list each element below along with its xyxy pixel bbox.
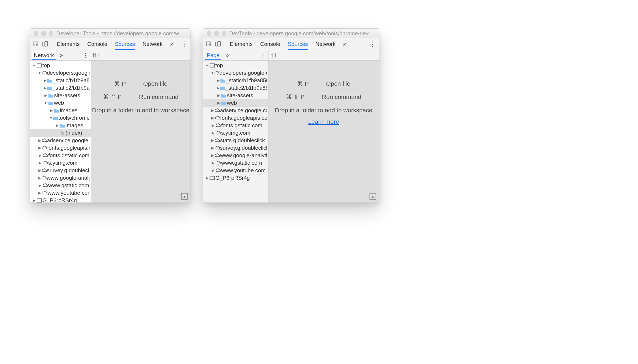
tree-row[interactable]: ▶images [30, 122, 91, 129]
tree-row[interactable]: ▶www.gstatic.com [203, 159, 268, 167]
drawer-toggle-icon[interactable]: ▲ [370, 193, 376, 200]
tab-elements[interactable]: Elements [230, 38, 253, 50]
tree-row[interactable]: ▶www.youtube.com [203, 167, 268, 174]
tree-row[interactable]: ▶_static2/b1fb9a8564 [203, 84, 268, 92]
device-toggle-icon[interactable] [42, 41, 48, 47]
tree-row[interactable]: ▼developers.google.com [203, 69, 268, 77]
tree-row[interactable]: ▶www.youtube.com [30, 189, 91, 197]
tab-network[interactable]: Network [316, 38, 336, 50]
tree-row[interactable]: ▶adservice.google.co [30, 137, 91, 144]
tree-row[interactable]: ▶fonts.googleapis.com [203, 114, 268, 122]
tab-network[interactable]: Network [143, 38, 163, 50]
drawer-toggle-icon[interactable]: ▲ [181, 193, 188, 200]
tree-row[interactable]: ▶site-assets [30, 92, 91, 99]
file-tree[interactable]: ▼top▼developers.google.c▶_static/b1fb9a8… [30, 61, 91, 202]
tree-row[interactable]: ▶G_P6rpRSr4g [30, 197, 91, 202]
disclosure-triangle-icon[interactable]: ▼ [38, 71, 41, 75]
tree-row[interactable]: ▶fonts.gstatic.com [203, 122, 268, 129]
tree-row[interactable]: ▼top [203, 62, 268, 69]
disclosure-triangle-icon[interactable]: ▶ [44, 86, 47, 90]
tree-row[interactable]: ▶s.ytimg.com [203, 129, 268, 137]
tree-row[interactable]: ▶s.ytimg.com [30, 159, 91, 167]
disclosure-triangle-icon[interactable]: ▶ [38, 146, 42, 150]
disclosure-triangle-icon[interactable]: ▶ [217, 101, 221, 105]
tree-row[interactable]: ▶_static2/b1fb9a85 [30, 84, 91, 92]
disclosure-triangle-icon[interactable]: ▶ [211, 168, 215, 172]
tree-row[interactable]: ▶_static/b1fb9a8564 [203, 77, 268, 84]
panel-toggle-icon[interactable] [93, 52, 99, 58]
disclosure-triangle-icon[interactable]: ▶ [38, 183, 42, 187]
disclosure-triangle-icon[interactable]: ▶ [205, 176, 209, 180]
disclosure-triangle-icon[interactable]: ▶ [211, 146, 214, 150]
settings-kebab-icon[interactable]: ⋮ [181, 40, 188, 48]
inspect-icon[interactable] [206, 41, 212, 47]
disclosure-triangle-icon[interactable]: ▶ [211, 138, 214, 142]
tab-console[interactable]: Console [87, 38, 107, 50]
disclosure-triangle-icon[interactable]: ▶ [32, 198, 36, 202]
tree-row[interactable]: ▶www.google-analytics [203, 152, 268, 159]
disclosure-triangle-icon[interactable]: ▶ [211, 123, 215, 127]
tree-row[interactable]: ▼top [30, 62, 91, 69]
disclosure-triangle-icon[interactable]: ▼ [44, 101, 48, 105]
tab-sources[interactable]: Sources [288, 38, 308, 50]
tree-row[interactable]: ▶images [30, 107, 91, 114]
disclosure-triangle-icon[interactable]: ▶ [217, 93, 221, 97]
tree-row[interactable]: ▶site-assets [203, 92, 268, 99]
disclosure-triangle-icon[interactable]: ▶ [38, 153, 42, 157]
disclosure-triangle-icon[interactable]: ▶ [211, 153, 214, 157]
file-tree[interactable]: ▼top▼developers.google.com▶_static/b1fb9… [203, 61, 268, 202]
inspect-icon[interactable] [33, 41, 39, 47]
subtab-network[interactable]: Network [32, 50, 56, 60]
disclosure-triangle-icon[interactable]: ▶ [49, 108, 53, 112]
tree-row[interactable]: ▶web [203, 99, 268, 107]
disclosure-triangle-icon[interactable]: ▶ [44, 78, 47, 82]
device-toggle-icon[interactable] [215, 41, 221, 47]
tab-console[interactable]: Console [260, 38, 280, 50]
tree-row[interactable]: ▶G_P6rpRSr4g [203, 174, 268, 182]
tree-row[interactable]: ▼tools/chrome-d [30, 114, 91, 122]
learn-more-link[interactable]: Learn more [308, 118, 339, 125]
tree-row[interactable]: ▶survey.g.doubleclick [30, 167, 91, 174]
subtab-page[interactable]: Page [205, 50, 221, 60]
disclosure-triangle-icon[interactable]: ▶ [211, 161, 215, 165]
tabs-overflow-icon[interactable]: » [343, 40, 346, 48]
tree-row[interactable]: ▼web [30, 99, 91, 107]
tree-row[interactable]: (index) [30, 129, 91, 137]
navigator-kebab-icon[interactable]: ⋮ [82, 51, 89, 59]
tree-row[interactable]: ▶survey.g.doubleclick.n [203, 144, 268, 152]
disclosure-triangle-icon[interactable]: ▶ [217, 78, 220, 82]
tree-row[interactable]: ▶adservice.google.com [203, 107, 268, 114]
panel-toggle-icon[interactable] [271, 52, 277, 58]
tree-row[interactable]: ▶fonts.googleapis.co [30, 144, 91, 152]
disclosure-triangle-icon[interactable]: ▶ [211, 131, 215, 135]
settings-kebab-icon[interactable]: ⋮ [369, 40, 376, 48]
subtabs-overflow-icon[interactable]: » [225, 52, 229, 59]
subtabs-overflow-icon[interactable]: » [60, 52, 63, 59]
tab-elements[interactable]: Elements [57, 38, 80, 50]
disclosure-triangle-icon[interactable]: ▼ [49, 116, 53, 120]
disclosure-triangle-icon[interactable]: ▼ [205, 63, 209, 67]
traffic-lights[interactable] [34, 31, 53, 36]
tree-row[interactable]: ▶www.google-analytic [30, 174, 91, 182]
disclosure-triangle-icon[interactable]: ▼ [32, 63, 36, 67]
disclosure-triangle-icon[interactable]: ▶ [38, 138, 41, 142]
disclosure-triangle-icon[interactable]: ▶ [38, 161, 42, 165]
disclosure-triangle-icon[interactable]: ▶ [55, 123, 59, 127]
disclosure-triangle-icon[interactable]: ▶ [44, 93, 48, 97]
navigator-kebab-icon[interactable]: ⋮ [260, 51, 266, 59]
disclosure-triangle-icon[interactable]: ▶ [211, 108, 214, 112]
tree-row[interactable]: ▶_static/b1fb9a856 [30, 77, 91, 84]
disclosure-triangle-icon[interactable]: ▶ [38, 168, 41, 172]
disclosure-triangle-icon[interactable]: ▶ [217, 86, 220, 90]
disclosure-triangle-icon[interactable]: ▶ [38, 191, 42, 195]
tree-row[interactable]: ▶fonts.gstatic.com [30, 152, 91, 159]
tree-row[interactable]: ▶www.gstatic.com [30, 182, 91, 189]
traffic-lights[interactable] [207, 31, 226, 36]
disclosure-triangle-icon[interactable]: ▶ [38, 176, 41, 180]
disclosure-triangle-icon[interactable]: ▼ [211, 71, 214, 75]
disclosure-triangle-icon[interactable]: ▶ [211, 116, 214, 120]
tree-row[interactable]: ▼developers.google.c [30, 69, 91, 77]
tree-row[interactable]: ▶stats.g.doubleclick.ne [203, 137, 268, 144]
tabs-overflow-icon[interactable]: » [170, 40, 174, 48]
tab-sources[interactable]: Sources [115, 38, 135, 50]
